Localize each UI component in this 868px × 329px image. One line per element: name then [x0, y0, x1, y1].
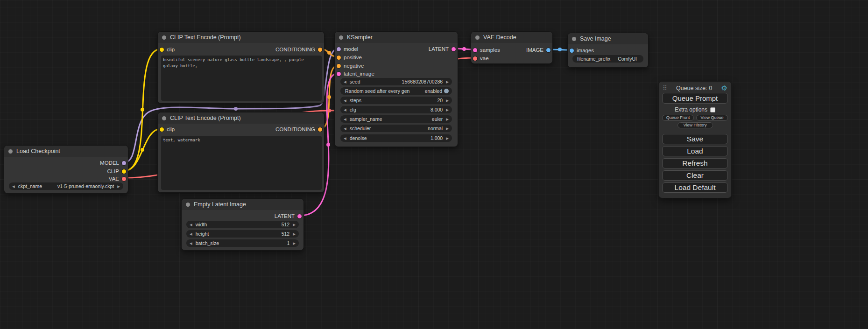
conditioning-output-port[interactable] — [318, 48, 322, 52]
decrement-arrow-icon[interactable]: ◀ — [344, 80, 346, 84]
clip-input-port[interactable] — [160, 127, 164, 132]
input-label: negative — [344, 63, 364, 69]
filename-prefix-widget[interactable]: filename_prefix ComfyUI — [572, 55, 643, 63]
widget-label: ckpt_name — [18, 183, 42, 189]
width-widget[interactable]: ◀ width 512 ▶ — [186, 221, 299, 228]
node-titlebar[interactable]: CLIP Text Encode (Prompt) — [158, 32, 324, 43]
input-label: images — [577, 48, 594, 53]
latent-output-port[interactable] — [452, 47, 456, 51]
increment-arrow-icon[interactable]: ▶ — [446, 136, 449, 140]
latent-image-input-port[interactable] — [337, 72, 341, 76]
height-widget[interactable]: ◀ height 512 ▶ — [186, 230, 299, 238]
samples-input-port[interactable] — [473, 48, 477, 52]
view-queue-button[interactable]: View Queue — [696, 115, 728, 121]
increment-arrow-icon[interactable]: ▶ — [293, 223, 296, 227]
ckpt-name-widget[interactable]: ◀ ckpt_name v1-5-pruned-emaonly.ckpt ▶ — [9, 182, 123, 190]
load-button[interactable]: Load — [662, 146, 728, 156]
clear-button[interactable]: Clear — [662, 170, 728, 181]
positive-input-port[interactable] — [337, 56, 341, 60]
increment-arrow-icon[interactable]: ▶ — [446, 126, 449, 131]
widget-label: steps — [350, 98, 361, 103]
node-save-image[interactable]: Save Image images filename_prefix ComfyU… — [567, 33, 649, 68]
collapse-dot-icon[interactable] — [475, 35, 480, 40]
queue-front-button[interactable]: Queue Front — [662, 115, 694, 121]
output-label: IMAGE — [526, 47, 543, 53]
drag-handle-icon[interactable]: ⠿ — [663, 84, 667, 91]
decrement-arrow-icon[interactable]: ◀ — [344, 117, 346, 121]
decrement-arrow-icon[interactable]: ◀ — [190, 223, 192, 227]
view-history-button[interactable]: View History — [677, 122, 713, 128]
collapse-dot-icon[interactable] — [162, 116, 166, 120]
widget-value: 156680208700286 — [402, 79, 443, 84]
random-seed-toggle-widget[interactable]: Random seed after every gen enabled — [340, 87, 452, 95]
increment-arrow-icon[interactable]: ▶ — [293, 232, 296, 236]
node-titlebar[interactable]: KSampler — [335, 32, 458, 43]
increment-arrow-icon[interactable]: ▶ — [446, 98, 449, 103]
save-button[interactable]: Save — [662, 134, 728, 144]
decrement-arrow-icon[interactable]: ◀ — [12, 184, 15, 189]
vae-output-port[interactable] — [122, 177, 126, 181]
decrement-arrow-icon[interactable]: ◀ — [344, 136, 346, 140]
widget-label: Random seed after every gen — [345, 88, 409, 94]
widget-value: 512 — [282, 231, 290, 237]
node-load-checkpoint[interactable]: Load Checkpoint MODEL CLIP VAE ◀ ckpt_na… — [4, 145, 128, 194]
increment-arrow-icon[interactable]: ▶ — [446, 80, 449, 84]
node-ksampler[interactable]: KSampler model LATENT positive negative … — [334, 31, 458, 147]
negative-input-port[interactable] — [337, 64, 341, 68]
clip-input-port[interactable] — [160, 48, 164, 52]
decrement-arrow-icon[interactable]: ◀ — [344, 108, 346, 112]
widget-value: euler — [432, 116, 443, 122]
output-label: MODEL — [100, 160, 119, 166]
node-title: CLIP Text Encode (Prompt) — [170, 34, 241, 41]
node-vae-decode[interactable]: VAE Decode samples IMAGE vae — [471, 31, 553, 64]
vae-input-port[interactable] — [473, 56, 477, 61]
decrement-arrow-icon[interactable]: ◀ — [344, 98, 346, 103]
node-titlebar[interactable]: Load Checkpoint — [4, 146, 128, 157]
latent-output-port[interactable] — [297, 214, 302, 218]
image-output-port[interactable] — [546, 48, 550, 52]
collapse-dot-icon[interactable] — [8, 149, 13, 154]
increment-arrow-icon[interactable]: ▶ — [293, 241, 296, 245]
node-clip-text-encode-positive[interactable]: CLIP Text Encode (Prompt) clip CONDITION… — [157, 31, 325, 104]
queue-prompt-button[interactable]: Queue Prompt — [662, 93, 728, 104]
seed-widget[interactable]: ◀ seed 156680208700286 ▶ — [340, 78, 452, 85]
output-label: VAE — [109, 176, 119, 182]
refresh-button[interactable]: Refresh — [662, 158, 728, 168]
model-input-port[interactable] — [337, 47, 341, 51]
sampler-name-widget[interactable]: ◀ sampler_name euler ▶ — [340, 115, 452, 123]
wire-midpoint-dot — [558, 48, 562, 51]
node-empty-latent-image[interactable]: Empty Latent Image LATENT ◀ width 512 ▶ … — [181, 198, 304, 251]
cfg-widget[interactable]: ◀ cfg 8.000 ▶ — [340, 106, 452, 113]
node-titlebar[interactable]: Save Image — [568, 33, 648, 44]
collapse-dot-icon[interactable] — [339, 35, 343, 40]
decrement-arrow-icon[interactable]: ◀ — [190, 241, 192, 245]
decrement-arrow-icon[interactable]: ◀ — [190, 232, 192, 236]
node-clip-text-encode-negative[interactable]: CLIP Text Encode (Prompt) clip CONDITION… — [157, 112, 325, 193]
load-default-button[interactable]: Load Default — [662, 182, 728, 193]
denoise-widget[interactable]: ◀ denoise 1.000 ▶ — [340, 134, 452, 142]
clip-output-port[interactable] — [122, 169, 126, 174]
images-input-port[interactable] — [570, 49, 574, 53]
node-titlebar[interactable]: Empty Latent Image — [182, 199, 303, 210]
settings-gear-icon[interactable]: ⚙ — [721, 84, 727, 91]
node-titlebar[interactable]: VAE Decode — [471, 32, 552, 43]
collapse-dot-icon[interactable] — [186, 203, 190, 207]
collapse-dot-icon[interactable] — [162, 35, 166, 40]
prompt-textarea[interactable]: beautiful scenery nature glass bottle la… — [161, 56, 322, 101]
increment-arrow-icon[interactable]: ▶ — [446, 117, 449, 121]
scheduler-widget[interactable]: ◀ scheduler normal ▶ — [340, 125, 452, 132]
increment-arrow-icon[interactable]: ▶ — [117, 184, 120, 189]
extra-options-checkbox[interactable] — [710, 107, 715, 112]
prompt-textarea[interactable]: text, watermark — [161, 136, 322, 190]
decrement-arrow-icon[interactable]: ◀ — [344, 126, 346, 131]
collapse-dot-icon[interactable] — [572, 37, 576, 41]
node-titlebar[interactable]: CLIP Text Encode (Prompt) — [158, 112, 324, 124]
node-graph-canvas[interactable]: Load Checkpoint MODEL CLIP VAE ◀ ckpt_na… — [0, 0, 868, 329]
increment-arrow-icon[interactable]: ▶ — [446, 108, 449, 112]
steps-widget[interactable]: ◀ steps 20 ▶ — [340, 97, 452, 104]
conditioning-output-port[interactable] — [318, 127, 322, 132]
model-output-port[interactable] — [122, 161, 126, 165]
batch-size-widget[interactable]: ◀ batch_size 1 ▶ — [186, 239, 299, 247]
toggle-knob[interactable] — [444, 89, 449, 93]
output-label: LATENT — [275, 213, 295, 219]
